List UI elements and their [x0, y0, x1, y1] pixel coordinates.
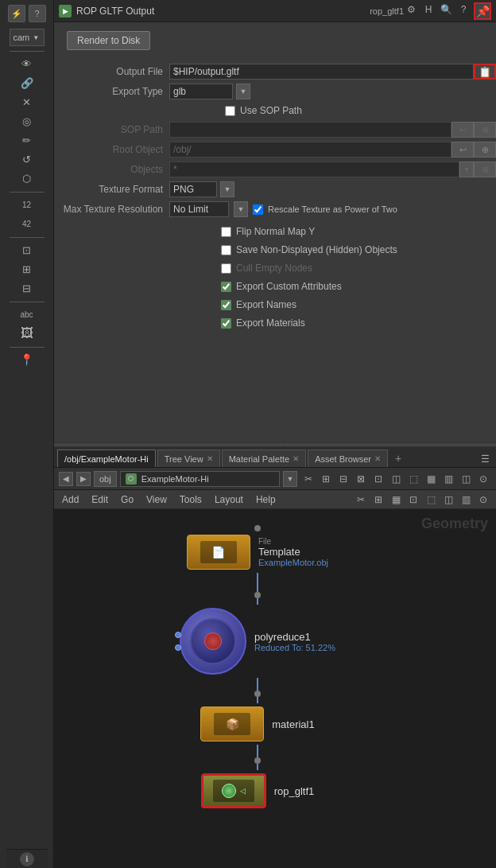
sidebar-icon-pencil[interactable]: ✏ — [18, 131, 36, 149]
cull-empty-checkbox[interactable] — [221, 263, 231, 274]
max-texture-input[interactable] — [169, 201, 229, 217]
sidebar-icon-eye[interactable]: 👁 — [18, 55, 36, 72]
cam-dropdown[interactable]: cam ▼ — [10, 29, 45, 46]
toolbar-icon-6[interactable]: ◫ — [388, 471, 404, 487]
export-type-input[interactable] — [169, 84, 233, 99]
menu-view[interactable]: View — [143, 492, 170, 507]
menu-icon-cut[interactable]: ✂ — [353, 492, 369, 508]
toolbar-icon-5[interactable]: ⊡ — [370, 471, 386, 487]
sop-path-btn2[interactable]: ⊕ — [474, 122, 496, 138]
sidebar-icon-location[interactable]: 📍 — [18, 351, 36, 368]
tab-material-palette-close-btn[interactable]: ✕ — [293, 454, 299, 463]
root-object-btn2[interactable]: ⊕ — [474, 142, 496, 158]
export-names-checkbox[interactable] — [221, 300, 231, 310]
obj-path-btn[interactable]: obj — [94, 471, 117, 487]
texture-format-input[interactable] — [169, 181, 217, 197]
bookmark-icon[interactable]: H — [421, 2, 436, 17]
file-template-inner: 📄 — [200, 541, 237, 563]
toolbar-icon-7[interactable]: ⬚ — [405, 471, 421, 487]
menu-icon-split1[interactable]: ◫ — [440, 492, 456, 508]
objects-row: Objects ▼ ⊕ — [54, 160, 496, 179]
polyreduce-node[interactable]: polyreduce1 Reduced To: 51.22% — [180, 608, 335, 675]
connector-line-1b — [257, 598, 258, 605]
sop-path-input[interactable] — [169, 122, 451, 138]
file-template-node[interactable]: 📄 File Template ExampleMotor.obj — [187, 535, 328, 570]
sidebar-icon-help[interactable]: ? — [29, 5, 46, 22]
root-object-btn1[interactable]: ↩ — [451, 142, 474, 158]
toolbar-icon-3[interactable]: ⊟ — [335, 471, 351, 487]
sidebar-icon-close[interactable]: ✕ — [18, 93, 36, 111]
export-materials-checkbox[interactable] — [221, 318, 231, 329]
help-icon[interactable]: ? — [456, 2, 471, 17]
tab-bar-menu-icon[interactable]: ☰ — [477, 451, 493, 467]
sidebar-icon-grid3[interactable]: ⊟ — [18, 279, 36, 297]
material-node[interactable]: 📦 material1 — [200, 706, 314, 741]
menu-go[interactable]: Go — [118, 492, 137, 507]
sop-path-btn1[interactable]: ↩ — [451, 122, 474, 138]
tab-asset-browser-close-btn[interactable]: ✕ — [374, 454, 381, 463]
max-texture-dropdown-btn[interactable]: ▼ — [234, 201, 248, 217]
menu-icon-camera[interactable]: ⊙ — [475, 492, 491, 508]
menu-edit[interactable]: Edit — [88, 492, 111, 507]
tab-tree-view[interactable]: Tree View ✕ — [157, 450, 220, 467]
output-file-action-btn[interactable]: 📋 — [474, 64, 496, 80]
sidebar-icon-42[interactable]: 42 — [18, 215, 36, 232]
menu-add[interactable]: Add — [59, 492, 82, 507]
root-object-label: Root Object — [54, 144, 169, 155]
sidebar-icon-rotate[interactable]: ↺ — [18, 150, 36, 168]
sidebar-icon-grid1[interactable]: ⊡ — [18, 241, 36, 259]
sidebar-icon-link[interactable]: 🔗 — [18, 74, 36, 91]
sidebar-icon-bolt[interactable]: ⚡ — [8, 5, 25, 22]
network-view[interactable]: Geometry 📄 File Template ExampleMotor — [54, 509, 496, 868]
sidebar-icon-polygon[interactable]: ⬡ — [18, 169, 36, 187]
file-template-icon: 📄 — [211, 546, 225, 559]
export-custom-attrs-checkbox[interactable] — [221, 282, 231, 292]
menu-icon-box[interactable]: ⊡ — [405, 492, 421, 508]
nav-back-btn[interactable]: ◀ — [59, 472, 73, 486]
menu-help[interactable]: Help — [253, 492, 279, 507]
gear-icon[interactable]: ⚙ — [404, 2, 418, 17]
search-icon[interactable]: 🔍 — [439, 2, 453, 17]
toolbar-icon-9[interactable]: ▥ — [440, 471, 456, 487]
use-sop-path-checkbox[interactable] — [225, 106, 235, 116]
toolbar-icon-camera[interactable]: ⊙ — [475, 471, 491, 487]
tab-asset-browser[interactable]: Asset Browser ✕ — [308, 450, 388, 467]
sidebar-icon-abc[interactable]: abc — [18, 306, 36, 323]
toolbar-icon-8[interactable]: ▦ — [423, 471, 439, 487]
tab-material-palette[interactable]: Material Palette ✕ — [222, 450, 306, 467]
flip-normal-checkbox[interactable] — [221, 227, 231, 237]
objects-action-btn[interactable]: ⊕ — [474, 162, 496, 177]
menu-icon-table[interactable]: ▦ — [388, 492, 404, 508]
toolbar-icon-2[interactable]: ⊞ — [318, 471, 334, 487]
menu-icon-frame[interactable]: ⬚ — [423, 492, 439, 508]
menu-tools[interactable]: Tools — [176, 492, 205, 507]
root-object-input[interactable] — [169, 142, 451, 158]
objects-dropdown-btn[interactable]: ▼ — [459, 162, 474, 177]
rescale-texture-checkbox[interactable] — [253, 204, 263, 215]
menu-icon-split2[interactable]: ▥ — [458, 492, 474, 508]
sidebar-icon-image[interactable]: 🖼 — [18, 325, 36, 342]
sidebar-icon-grid2[interactable]: ⊞ — [18, 260, 36, 278]
toolbar-icon-4[interactable]: ⊠ — [353, 471, 369, 487]
nav-forward-btn[interactable]: ▶ — [76, 472, 91, 486]
tab-example-motor[interactable]: /obj/ExampleMotor-Hi — [57, 450, 156, 467]
tab-tree-view-close-btn[interactable]: ✕ — [207, 454, 213, 463]
toolbar-icon-10[interactable]: ◫ — [458, 471, 474, 487]
output-file-input[interactable] — [169, 64, 474, 80]
toolbar-icon-1[interactable]: ✂ — [300, 471, 316, 487]
sop-path-row: SOP Path ↩ ⊕ — [54, 120, 496, 139]
export-type-label: Export Type — [54, 86, 169, 97]
save-nondisplayed-checkbox[interactable] — [221, 245, 231, 255]
menu-icon-grid[interactable]: ⊞ — [370, 492, 386, 508]
menu-layout[interactable]: Layout — [211, 492, 246, 507]
pin-icon[interactable]: 📌 — [474, 2, 491, 20]
sidebar-icon-circle[interactable]: ◎ — [18, 112, 36, 130]
rop-gltf-node[interactable]: ◁ rop_gltf1 — [201, 773, 315, 808]
sidebar-icon-12[interactable]: 12 — [18, 196, 36, 213]
add-tab-btn[interactable]: + — [389, 450, 407, 467]
node-path-dropdown-btn[interactable]: ▼ — [283, 471, 297, 487]
export-type-dropdown-btn[interactable]: ▼ — [236, 84, 250, 99]
texture-format-dropdown-btn[interactable]: ▼ — [220, 181, 234, 197]
render-to-disk-button[interactable]: Render to Disk — [67, 31, 150, 50]
objects-input[interactable] — [169, 162, 459, 177]
